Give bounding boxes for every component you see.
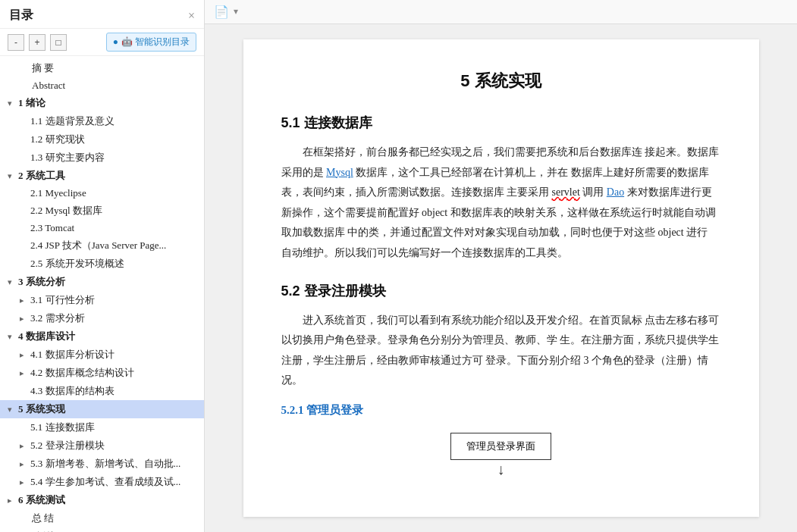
doc-content-area: 5 系统实现 5.1 连接数据库 在框架搭好，前台服务都已经实现之后，我们需要把… [205, 24, 797, 532]
tree-arrow: ▾ [8, 332, 18, 342]
section1-para1: 在框架搭好，前台服务都已经实现之后，我们需要把系统和后台数据库连 接起来。数据库… [281, 142, 721, 264]
sidebar-item-conclusion[interactable]: 总 结 [0, 509, 204, 527]
section2-title: 5.2 登录注册模块 [281, 282, 721, 300]
sidebar-item-ch5-2[interactable]: ▸5.2 登录注册模块 [0, 437, 204, 455]
sidebar-item-label: 1 绪论 [18, 96, 45, 110]
flowchart-arrow: ↓ [497, 460, 505, 478]
sidebar-item-label: 1.2 研究现状 [30, 133, 85, 146]
tree-arrow: ▾ [8, 171, 18, 181]
tree-arrow: ▸ [20, 296, 30, 305]
sidebar-title: 目录 [9, 8, 33, 23]
chapter-title: 5 系统实现 [281, 70, 721, 92]
sidebar-item-label: 3 系统分析 [18, 275, 65, 289]
sidebar-item-ch2-1[interactable]: 2.1 Myeclipse [0, 185, 204, 202]
collapse-button[interactable]: - [8, 34, 24, 51]
sidebar-item-label: 2.1 Myeclipse [30, 187, 86, 199]
sidebar-item-label: 4 数据库设计 [18, 330, 75, 343]
sidebar-item-label: 2.4 JSP 技术（Java Server Page... [30, 239, 166, 252]
tree-arrow: ▸ [20, 350, 30, 360]
sidebar-toolbar: - + □ ● 🤖 智能识别目录 [0, 29, 204, 56]
sidebar-item-label: 1.1 选题背景及意义 [30, 114, 115, 128]
reset-button[interactable]: □ [50, 34, 67, 51]
dao-link: Dao [607, 186, 624, 198]
tree-arrow: ▸ [20, 314, 30, 324]
flowchart-box1: 管理员登录界面 [450, 433, 551, 460]
sidebar-item-ch4-3[interactable]: 4.3 数据库的结构表 [0, 382, 204, 400]
sidebar-item-label: 总 结 [32, 512, 54, 525]
sidebar-item-abstract-cn[interactable]: 摘 要 [0, 59, 204, 77]
sidebar-item-ch5-3[interactable]: ▸5.3 新增考卷、新增考试、自动批... [0, 455, 204, 473]
sidebar-item-label: 4.2 数据库概念结构设计 [30, 366, 134, 380]
tree-arrow: ▸ [8, 496, 18, 505]
sidebar-tree: 摘 要Abstract▾1 绪论1.1 选题背景及意义1.2 研究现状1.3 研… [0, 56, 204, 532]
ai-recognize-button[interactable]: ● 🤖 智能识别目录 [106, 33, 196, 52]
sidebar-item-label: 4.1 数据库分析设计 [30, 348, 115, 361]
sidebar-item-label: Abstract [32, 80, 65, 92]
mysql-link: Mysql [326, 167, 353, 178]
sidebar-item-abstract-en[interactable]: Abstract [0, 77, 204, 94]
sidebar-item-label: 2.5 系统开发环境概述 [30, 257, 124, 271]
sidebar-item-label: 4.3 数据库的结构表 [30, 384, 115, 398]
sidebar-item-ch1-3[interactable]: 1.3 研究主要内容 [0, 149, 204, 167]
section2-para1: 进入系统首页，我们可以看到有系统功能介绍以及开发介绍。在首页鼠标 点击左移右移可… [281, 311, 721, 391]
flowchart: 管理员登录界面 ↓ [281, 433, 721, 478]
sidebar-item-ch5[interactable]: ▾5 系统实现 [0, 400, 204, 418]
document-icon: 📄 [214, 5, 229, 19]
sidebar-item-ch6[interactable]: ▸6 系统测试 [0, 491, 204, 509]
sidebar-item-label: 1.3 研究主要内容 [30, 151, 105, 164]
section1-title: 5.1 连接数据库 [281, 114, 721, 132]
sidebar-item-label: 3.1 可行性分析 [30, 293, 95, 307]
sidebar-item-ch3-2[interactable]: ▸3.2 需求分析 [0, 309, 204, 327]
sidebar-item-ch5-4[interactable]: ▸5.4 学生参加考试、查看成绩及试... [0, 473, 204, 491]
tree-arrow: ▸ [20, 441, 30, 451]
sidebar-header: 目录 × [0, 0, 204, 29]
sidebar-item-ch4-1[interactable]: ▸4.1 数据库分析设计 [0, 346, 204, 364]
sidebar-item-ch1[interactable]: ▾1 绪论 [0, 94, 204, 112]
section2-sub-title: 5.2.1 管理员登录 [281, 403, 721, 418]
sidebar-item-label: 2.3 Tomcat [30, 222, 74, 234]
sidebar-item-thanks[interactable]: 致 谢 [0, 527, 204, 532]
sidebar-item-ch2-4[interactable]: 2.4 JSP 技术（Java Server Page... [0, 236, 204, 255]
ai-btn-label: 🤖 智能识别目录 [121, 36, 190, 49]
tree-arrow: ▾ [8, 99, 18, 108]
tree-arrow: ▾ [8, 277, 18, 287]
sidebar-item-ch1-2[interactable]: 1.2 研究现状 [0, 130, 204, 149]
sidebar-item-ch1-1[interactable]: 1.1 选题背景及意义 [0, 112, 204, 130]
sidebar-item-label: 2 系统工具 [18, 169, 65, 183]
sidebar-item-ch4[interactable]: ▾4 数据库设计 [0, 327, 204, 346]
sidebar-item-ch2-3[interactable]: 2.3 Tomcat [0, 220, 204, 236]
sidebar-item-ch2[interactable]: ▾2 系统工具 [0, 167, 204, 185]
sidebar-item-ch2-5[interactable]: 2.5 系统开发环境概述 [0, 255, 204, 273]
tree-arrow: ▾ [8, 405, 18, 415]
sidebar-item-label: 5.4 学生参加考试、查看成绩及试... [30, 475, 180, 489]
tree-arrow: ▸ [20, 459, 30, 469]
expand-button[interactable]: + [29, 34, 45, 51]
sidebar-item-label: 6 系统测试 [18, 493, 65, 507]
sidebar: 目录 × - + □ ● 🤖 智能识别目录 摘 要Abstract▾1 绪论1.… [0, 0, 205, 532]
main-content: 📄 ▾ 5 系统实现 5.1 连接数据库 在框架搭好，前台服务都已经实现之后，我… [205, 0, 797, 532]
sidebar-item-ch4-2[interactable]: ▸4.2 数据库概念结构设计 [0, 364, 204, 382]
sidebar-item-label: 摘 要 [32, 61, 54, 75]
tree-arrow: ▸ [20, 368, 30, 378]
sidebar-item-label: 5.3 新增考卷、新增考试、自动批... [30, 457, 180, 471]
sidebar-item-ch3[interactable]: ▾3 系统分析 [0, 273, 204, 291]
sidebar-item-ch3-1[interactable]: ▸3.1 可行性分析 [0, 291, 204, 309]
sidebar-item-label: 2.2 Mysql 数据库 [30, 204, 102, 217]
tree-arrow: ▸ [20, 477, 30, 487]
doc-toolbar-arrow[interactable]: ▾ [234, 6, 238, 17]
sidebar-item-label: 5.1 连接数据库 [30, 421, 95, 434]
sidebar-item-ch5-1[interactable]: 5.1 连接数据库 [0, 418, 204, 437]
sidebar-item-ch2-2[interactable]: 2.2 Mysql 数据库 [0, 202, 204, 220]
doc-toolbar: 📄 ▾ [205, 0, 797, 24]
ai-icon: ● [113, 36, 118, 48]
doc-page: 5 系统实现 5.1 连接数据库 在框架搭好，前台服务都已经实现之后，我们需要把… [243, 39, 759, 517]
sidebar-item-label: 5 系统实现 [18, 402, 65, 416]
sidebar-item-label: 5.2 登录注册模块 [30, 439, 105, 452]
servlet-link: servlet [552, 186, 580, 198]
sidebar-item-label: 3.2 需求分析 [30, 311, 85, 325]
close-icon[interactable]: × [188, 9, 195, 23]
